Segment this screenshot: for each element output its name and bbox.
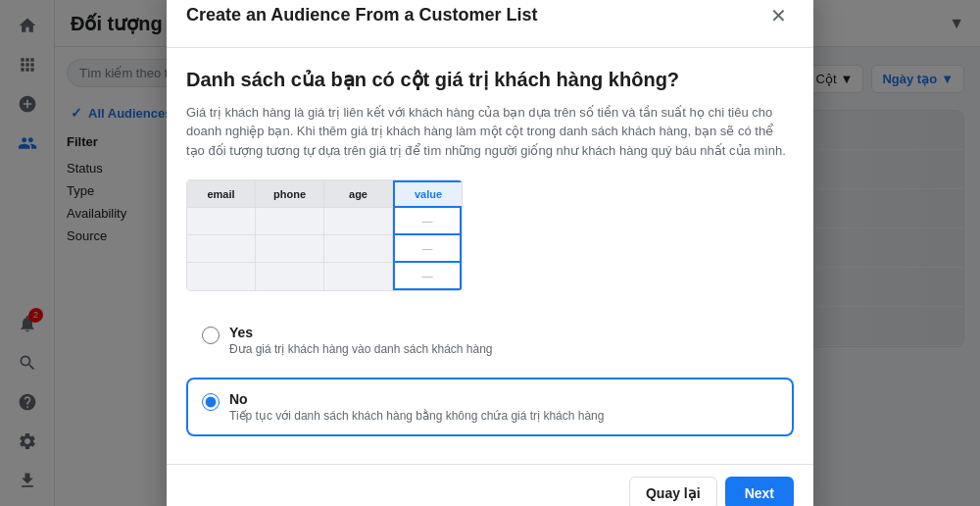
radio-option-no[interactable]: No Tiếp tục với danh sách khách hàng bằn…	[186, 378, 794, 436]
modal-main-title: Danh sách của bạn có cột giá trị khách h…	[186, 68, 794, 91]
close-button[interactable]: ✕	[762, 0, 794, 31]
table-header-phone: phone	[256, 180, 324, 208]
table-header-email: email	[187, 180, 256, 208]
table-cell	[187, 235, 256, 263]
back-button[interactable]: Quay lại	[629, 477, 717, 506]
radio-yes-label: Yes	[229, 325, 493, 340]
modal-header: Create an Audience From a Customer List …	[167, 0, 813, 48]
radio-no-description: Tiếp tục với danh sách khách hàng bằng k…	[229, 409, 604, 423]
table-cell	[187, 263, 256, 290]
radio-yes-description: Đưa giá trị khách hàng vào danh sách khá…	[229, 342, 493, 356]
table-col-age: age	[324, 180, 393, 290]
table-cell-value: —	[393, 208, 462, 235]
table-header-age: age	[324, 180, 393, 208]
table-cell-value: —	[393, 235, 462, 263]
table-cell	[324, 235, 393, 263]
modal-overlay: Create an Audience From a Customer List …	[0, 0, 980, 506]
modal-description: Giá trị khách hàng là giá trị liên kết v…	[186, 103, 794, 161]
radio-no-content: No Tiếp tục với danh sách khách hàng bằn…	[229, 391, 604, 423]
table-preview: email phone age	[186, 179, 463, 291]
table-cell	[324, 208, 393, 235]
radio-yes-content: Yes Đưa giá trị khách hàng vào danh sách…	[229, 325, 493, 356]
modal-body: Danh sách của bạn có cột giá trị khách h…	[167, 48, 813, 465]
table-col-phone: phone	[256, 180, 324, 290]
radio-no[interactable]	[202, 393, 220, 411]
table-header-value: value	[393, 180, 462, 208]
table-col-value: value — — —	[393, 180, 462, 290]
modal-header-title: Create an Audience From a Customer List	[186, 5, 537, 25]
next-button[interactable]: Next	[725, 477, 794, 506]
table-cell	[187, 208, 256, 235]
table-cell	[324, 263, 393, 290]
table-cell	[256, 263, 324, 290]
radio-yes[interactable]	[202, 327, 220, 344]
table-cell-value: —	[393, 263, 462, 290]
table-cell	[256, 208, 324, 235]
table-cell	[256, 235, 324, 263]
table-col-email: email	[187, 180, 256, 290]
modal-dialog: Create an Audience From a Customer List …	[167, 0, 813, 506]
radio-no-label: No	[229, 391, 604, 407]
modal-footer: Quay lại Next	[167, 464, 813, 506]
radio-option-yes[interactable]: Yes Đưa giá trị khách hàng vào danh sách…	[186, 311, 794, 370]
